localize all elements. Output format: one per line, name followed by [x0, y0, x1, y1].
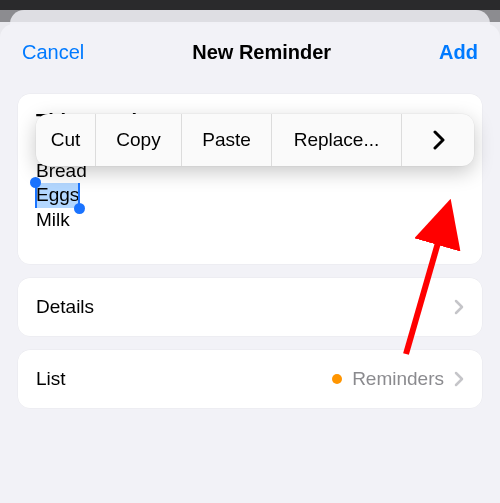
list-label: List: [36, 368, 66, 390]
list-color-dot-icon: [332, 374, 342, 384]
chevron-right-icon: [432, 130, 445, 150]
page-title: New Reminder: [192, 41, 331, 64]
body-line-2[interactable]: Milk: [36, 208, 464, 232]
context-cut-button[interactable]: Cut: [36, 114, 96, 166]
cancel-button[interactable]: Cancel: [22, 41, 84, 64]
list-row[interactable]: List Reminders: [18, 350, 482, 408]
list-value: Reminders: [352, 368, 444, 390]
reminder-note-card[interactable]: Things to buy Bread Eggs Milk Cut: [18, 94, 482, 264]
context-more-button[interactable]: [402, 114, 474, 166]
chevron-right-icon: [454, 299, 464, 315]
context-replace-button[interactable]: Replace...: [272, 114, 402, 166]
context-copy-button[interactable]: Copy: [96, 114, 182, 166]
add-button[interactable]: Add: [439, 41, 478, 64]
context-paste-button[interactable]: Paste: [182, 114, 272, 166]
reminder-body-input[interactable]: Bread Eggs Milk: [36, 159, 464, 232]
details-row[interactable]: Details: [18, 278, 482, 336]
selection-start-bar[interactable]: [35, 183, 37, 207]
selection-end-handle[interactable]: [74, 203, 85, 214]
new-reminder-sheet: Cancel New Reminder Add Things to buy Br…: [0, 24, 500, 503]
details-row-group: Details: [18, 278, 482, 336]
body-line-1[interactable]: Eggs: [36, 183, 464, 207]
text-context-menu: Cut Copy Paste Replace...: [36, 114, 474, 166]
list-row-group: List Reminders: [18, 350, 482, 408]
nav-bar: Cancel New Reminder Add: [0, 24, 500, 80]
chevron-right-icon: [454, 371, 464, 387]
details-label: Details: [36, 296, 94, 318]
content-area: Things to buy Bread Eggs Milk Cut: [0, 80, 500, 503]
